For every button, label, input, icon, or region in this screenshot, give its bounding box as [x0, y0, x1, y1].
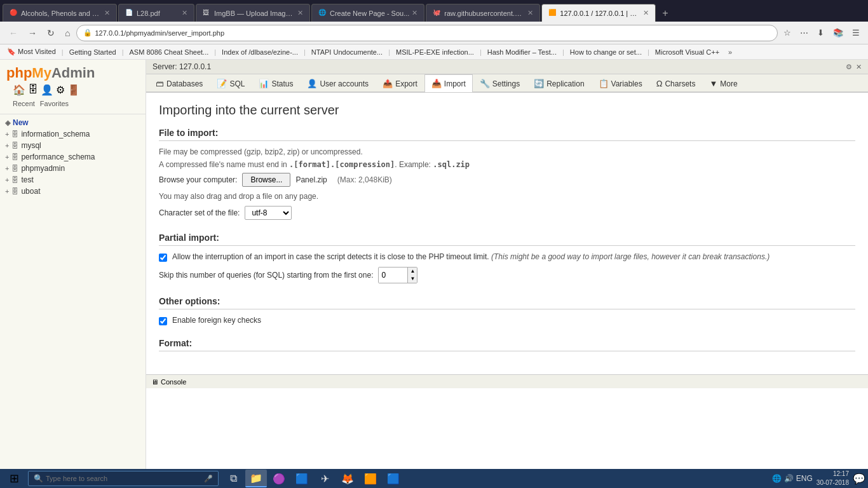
tab-variables[interactable]: 📋 Variables: [592, 74, 649, 92]
format-section: Format:: [159, 338, 855, 351]
tab-user-accounts[interactable]: 👤 User accounts: [300, 74, 376, 92]
bookmark-most-visited[interactable]: 🔖 Most Visited: [5, 47, 58, 57]
menu-button[interactable]: ⋯: [797, 27, 811, 39]
forward-button[interactable]: →: [24, 25, 41, 41]
browser-tab-3[interactable]: 🖼 ImgBB — Upload Image... ✕: [196, 4, 310, 22]
taskbar-app-6[interactable]: 🟧: [360, 470, 381, 487]
tab-close-3[interactable]: ✕: [297, 9, 303, 17]
tab-close-1[interactable]: ✕: [104, 9, 110, 17]
db-name-1: information_schema: [21, 130, 90, 139]
tab-close-2[interactable]: ✕: [182, 9, 187, 17]
tab-export[interactable]: 📤 Export: [376, 74, 424, 92]
tab-import[interactable]: 📥 Import: [424, 74, 473, 92]
foreign-key-checkbox[interactable]: [159, 317, 167, 325]
db-icon[interactable]: 🗄: [28, 84, 38, 96]
settings-icon[interactable]: ⚙: [56, 84, 65, 96]
settings-gear-button[interactable]: ⚙: [846, 63, 852, 71]
taskbar-search-input[interactable]: [46, 475, 201, 482]
interrupt-checkbox[interactable]: [159, 254, 167, 262]
skip-number-field[interactable]: 0: [379, 268, 407, 283]
favorites-link[interactable]: Favorites: [40, 100, 69, 107]
bookmark-hash[interactable]: Hash Modifier – Test...: [485, 48, 559, 57]
taskbar-file-explorer[interactable]: 📁: [245, 470, 267, 487]
taskbar-app-3[interactable]: 🟦: [291, 470, 313, 487]
settings-tab-icon: 🔧: [480, 79, 490, 88]
start-button[interactable]: ⊞: [3, 470, 25, 487]
tab-charsets[interactable]: Ω Charsets: [649, 74, 703, 92]
spin-up-button[interactable]: ▲: [407, 268, 417, 275]
tab-sql[interactable]: 📝 SQL: [210, 74, 252, 92]
tab-databases[interactable]: 🗃 Databases: [149, 74, 210, 92]
skip-number-input[interactable]: 0 ▲ ▼: [378, 267, 417, 283]
console-bar[interactable]: 🖥 Console: [146, 374, 868, 388]
tab-more[interactable]: ▼ More: [702, 74, 744, 92]
export-tab-label: Export: [395, 79, 417, 88]
bookmark-star-button[interactable]: ☆: [780, 27, 794, 39]
file-desc-2-post: . Example:: [395, 160, 433, 169]
system-clock[interactable]: 12:17 30-07-2018: [817, 470, 849, 487]
sidebar-item-test[interactable]: + 🗄 test: [0, 174, 146, 186]
tab-bar: 🔴 Alcohols, Phenols and E... ✕ 📄 L28.pdf…: [0, 0, 868, 22]
bookmark-how-to[interactable]: How to change or set...: [568, 48, 644, 57]
bookmarks-more[interactable]: »: [725, 47, 735, 57]
partial-import-header: Partial import:: [159, 233, 855, 246]
lang-label[interactable]: ENG: [796, 474, 813, 483]
bookmark-getting-started[interactable]: Getting Started: [67, 48, 118, 57]
interrupt-label[interactable]: Allow the interruption of an import in c…: [172, 252, 770, 261]
browse-button[interactable]: Browse...: [242, 173, 290, 187]
tab-close-4[interactable]: ✕: [412, 9, 417, 17]
bookmark-ntapi[interactable]: NTAPI Undocumente...: [309, 48, 384, 57]
browser-tab-1[interactable]: 🔴 Alcohols, Phenols and E... ✕: [3, 4, 117, 22]
taskbar-app-7[interactable]: 🟦: [383, 470, 404, 487]
systray: 🌐 🔊 ENG: [772, 474, 813, 483]
tab-title-6: 127.0.0.1 / 127.0.0.1 | php...: [560, 10, 641, 17]
taskbar-firefox[interactable]: 🦊: [337, 470, 358, 487]
taskbar-search-bar[interactable]: 🔍 🎤: [28, 471, 219, 486]
foreign-key-label[interactable]: Enable foreign key checks: [172, 316, 261, 325]
library-button[interactable]: 📚: [830, 27, 846, 39]
file-input-row: Browse your computer: Browse... Panel.zi…: [159, 173, 855, 187]
db-expand-icon: +: [5, 130, 9, 138]
collapse-button[interactable]: ✕: [856, 63, 862, 71]
browser-tab-6[interactable]: 🟧 127.0.0.1 / 127.0.0.1 | php... ✕: [541, 4, 656, 22]
home-button[interactable]: ⌂: [61, 25, 74, 41]
download-button[interactable]: ⬇: [814, 27, 827, 39]
bookmark-index[interactable]: Index of /dlbase/ezine-...: [220, 48, 300, 57]
bookmark-msil[interactable]: MSIL-PE-EXE infection...: [394, 48, 476, 57]
exit-icon[interactable]: 🚪: [67, 84, 80, 96]
tab-favicon-4: 🌐: [318, 9, 327, 18]
sidebar-item-information-schema[interactable]: + 🗄 information_schema: [0, 128, 146, 140]
tab-title-3: ImgBB — Upload Image...: [214, 10, 295, 17]
new-tab-button[interactable]: +: [657, 5, 673, 22]
back-button[interactable]: ←: [5, 25, 22, 41]
reload-button[interactable]: ↻: [43, 25, 58, 41]
charset-select[interactable]: utf-8 latin1 utf16 ascii cp1252: [245, 206, 292, 220]
taskbar-task-view[interactable]: ⧉: [222, 470, 244, 487]
tab-settings[interactable]: 🔧 Settings: [473, 74, 527, 92]
url-bar[interactable]: 🔒 127.0.0.1/phpmyadmin/server_import.php: [76, 25, 778, 41]
home-icon[interactable]: 🏠: [13, 84, 25, 96]
sidebar-item-new[interactable]: ◈ New: [0, 117, 146, 128]
sidebar-item-uboat[interactable]: + 🗄 uboat: [0, 186, 146, 197]
user-icon[interactable]: 👤: [41, 84, 53, 96]
sidebar-item-mysql[interactable]: + 🗄 mysql: [0, 140, 146, 151]
notification-icon[interactable]: 💬: [853, 473, 865, 485]
taskbar-telegram[interactable]: ✈: [314, 470, 336, 487]
hamburger-button[interactable]: ☰: [849, 27, 863, 39]
sidebar-item-phpmyadmin[interactable]: + 🗄 phpmyadmin: [0, 163, 146, 174]
tab-favicon-6: 🟧: [548, 9, 557, 18]
browser-tab-4[interactable]: 🌐 Create New Page - Sou... ✕: [311, 4, 424, 22]
tab-close-5[interactable]: ✕: [527, 9, 533, 17]
bookmark-msvc[interactable]: Microsoft Visual C++: [653, 48, 721, 57]
tab-replication[interactable]: 🔄 Replication: [527, 74, 591, 92]
spin-down-button[interactable]: ▼: [407, 275, 417, 283]
taskbar-visual-studio[interactable]: 🟣: [268, 470, 290, 487]
browser-tab-2[interactable]: 📄 L28.pdf ✕: [118, 4, 194, 22]
recent-link[interactable]: Recent: [13, 100, 35, 107]
sidebar-item-performance-schema[interactable]: + 🗄 performance_schema: [0, 151, 146, 163]
bookmark-asm[interactable]: ASM 8086 Cheat Sheet...: [128, 48, 211, 57]
db-icon-3: 🗄: [11, 153, 18, 161]
tab-close-6[interactable]: ✕: [643, 9, 649, 17]
tab-status[interactable]: 📊 Status: [252, 74, 300, 92]
browser-tab-5[interactable]: 🐙 raw.githubusercontent.com/... ✕: [426, 4, 540, 22]
